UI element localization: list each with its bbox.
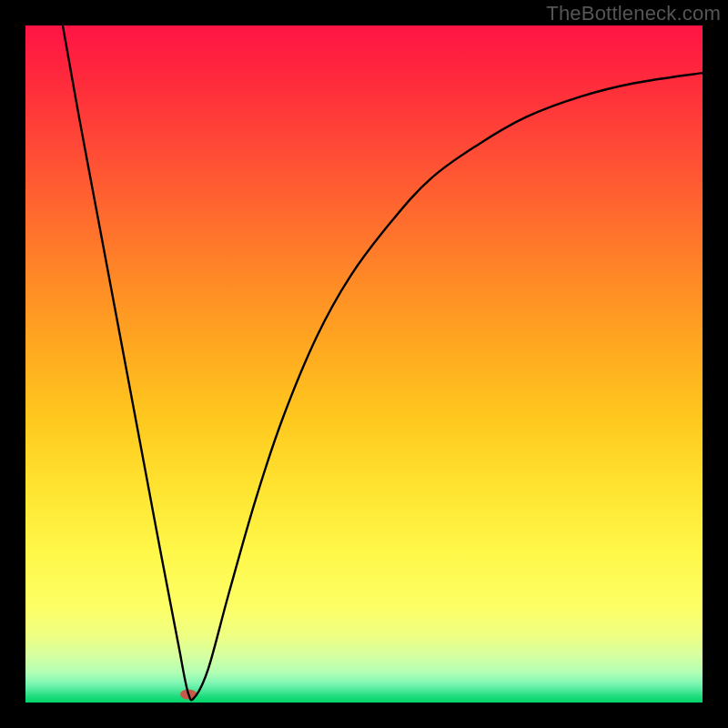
- plot-area: [25, 25, 703, 703]
- chart-curve: [63, 25, 703, 700]
- watermark-text: TheBottleneck.com: [546, 2, 721, 25]
- chart-frame: TheBottleneck.com: [0, 0, 728, 728]
- curve-svg: [25, 25, 703, 703]
